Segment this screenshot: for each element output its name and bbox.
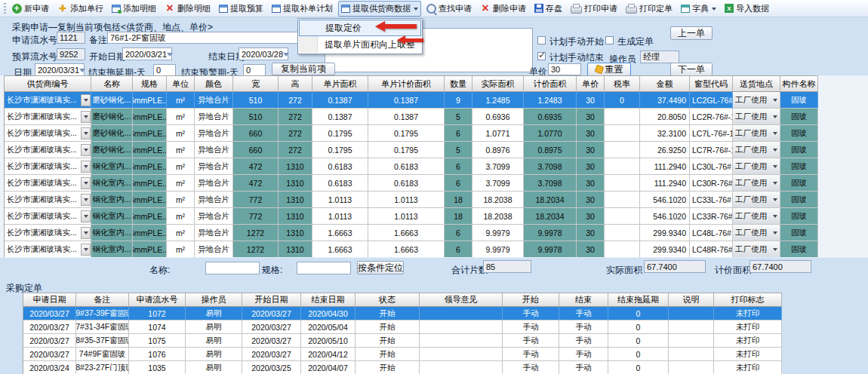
cell[interactable]: 0.1795 xyxy=(312,142,368,158)
cell[interactable]: 钢化室内... xyxy=(91,175,133,192)
cell[interactable]: 0 xyxy=(608,307,669,320)
column-header[interactable]: 状态 xyxy=(356,293,420,307)
cell[interactable]: 472 xyxy=(233,158,279,175)
dropdown-arrow-icon[interactable] xyxy=(770,177,780,189)
cell[interactable]: 固玻 xyxy=(780,225,818,241)
dropdown-arrow-icon[interactable] xyxy=(770,227,780,239)
cell[interactable]: 3.7099 xyxy=(472,175,524,192)
cell[interactable]: 772 xyxy=(233,208,279,225)
cell[interactable]: 长沙市潇湘玻璃实... xyxy=(5,92,91,109)
cell[interactable] xyxy=(420,307,503,320)
cell[interactable]: 易明 xyxy=(186,361,242,374)
cell[interactable]: 手动 xyxy=(503,361,559,374)
cell[interactable]: 长沙市潇湘玻璃实... xyxy=(5,125,91,142)
cell[interactable]: 磨砂钢化... xyxy=(91,125,133,142)
end-warning-field[interactable] xyxy=(243,64,266,76)
cell[interactable]: LC2GL-76#... xyxy=(690,92,733,109)
column-header[interactable]: 宽 xyxy=(233,76,279,92)
cell[interactable]: 长沙市潇湘玻璃实... xyxy=(5,225,91,241)
toolbar-button[interactable]: 打印定单 xyxy=(623,1,676,17)
cell[interactable]: 6 xyxy=(445,175,472,192)
cell[interactable]: 2020/05/04 xyxy=(301,320,356,334)
next-order-button[interactable]: 下一单 xyxy=(670,63,713,76)
table-row[interactable]: 长沙市潇湘玻璃实...钢化室内...6mmPLE...m²异地合片4721310… xyxy=(5,158,818,175)
cell[interactable]: 26.9250 xyxy=(640,142,690,158)
cell[interactable]: 0 xyxy=(608,334,669,348)
cell[interactable]: 1.6663 xyxy=(312,241,368,258)
cell[interactable]: 272 xyxy=(279,92,312,109)
cell[interactable]: 异地合片 xyxy=(195,225,233,241)
cell[interactable] xyxy=(605,225,640,241)
table-row[interactable]: 长沙市潇湘玻璃实...钢化室内...6mmPLE...m²异地合片1272131… xyxy=(5,241,818,258)
cell[interactable]: 1.2485 xyxy=(472,92,524,109)
cell[interactable]: 长沙市潇湘玻璃实... xyxy=(5,192,91,208)
cell[interactable]: LC33L-76#... xyxy=(690,192,733,208)
cell[interactable]: 异地合片 xyxy=(195,208,233,225)
manual-start-checkbox[interactable] xyxy=(537,36,546,44)
cell[interactable]: 30 xyxy=(577,158,605,175)
cell[interactable]: 工厂使用 xyxy=(733,192,780,208)
cell[interactable] xyxy=(605,208,640,225)
cell[interactable]: m² xyxy=(167,142,195,158)
cell[interactable]: 1.2483 xyxy=(524,92,577,109)
cell[interactable]: LC33R-76#... xyxy=(690,208,733,225)
cell[interactable]: 660 xyxy=(233,125,279,142)
cell[interactable]: 299.9340 xyxy=(640,225,690,241)
cell[interactable]: 工厂使用 xyxy=(733,208,780,225)
dropdown-arrow-icon[interactable] xyxy=(81,177,91,189)
cell[interactable]: 2020/03/27 xyxy=(242,348,301,361)
column-header[interactable]: 税率 xyxy=(605,76,640,92)
cell[interactable]: 18 xyxy=(445,192,472,208)
dropdown-arrow-icon[interactable] xyxy=(81,227,91,239)
cell[interactable]: LC7L-76#-1FO xyxy=(690,125,733,142)
actual-area-field[interactable] xyxy=(644,260,706,273)
cell[interactable]: 长沙市潇湘玻璃实... xyxy=(5,241,91,258)
dropdown-arrow-icon[interactable] xyxy=(770,111,780,123)
cell[interactable]: 未打印 xyxy=(714,348,782,361)
cell[interactable]: 0.6183 xyxy=(368,175,445,192)
cell[interactable]: 30 xyxy=(577,225,605,241)
column-header[interactable]: 窗型代码 xyxy=(690,76,733,92)
cell[interactable]: 0.1795 xyxy=(368,142,445,158)
cell[interactable]: 30 xyxy=(577,175,605,192)
cell[interactable]: 异地合片 xyxy=(195,158,233,175)
cell[interactable] xyxy=(605,125,640,142)
column-header[interactable]: 打印标志 xyxy=(714,293,782,307)
table-row[interactable]: 长沙市潇湘玻璃实...钢化室内...6mmPLE...m²异地合片7721310… xyxy=(5,208,818,225)
dropdown-caret-icon[interactable] xyxy=(414,8,418,13)
cell[interactable]: LC30L-76#... xyxy=(690,158,733,175)
cell[interactable]: 30 xyxy=(577,92,605,109)
cell[interactable]: 9.9978 xyxy=(524,241,577,258)
cell[interactable]: 0.6183 xyxy=(368,158,445,175)
column-header[interactable]: 开始 xyxy=(503,293,559,307)
cell[interactable]: LC30R-76#... xyxy=(690,175,733,192)
cell[interactable]: 6mmPLE... xyxy=(133,208,167,225)
cell[interactable]: 固玻 xyxy=(780,192,818,208)
cell[interactable]: 772 xyxy=(233,192,279,208)
cell[interactable]: 9 xyxy=(445,92,472,109)
column-header[interactable]: 申请日期 xyxy=(23,293,76,307)
dropdown-arrow-icon[interactable] xyxy=(81,161,91,173)
cell[interactable]: 未打印 xyxy=(714,334,782,348)
cell[interactable]: 手动 xyxy=(503,334,559,348)
cell[interactable]: 工厂使用 xyxy=(733,175,780,192)
cell[interactable] xyxy=(669,334,714,348)
cell[interactable]: 18 xyxy=(445,208,472,225)
filter-spec-input[interactable] xyxy=(297,262,351,274)
toolbar-button[interactable]: 导入数据 xyxy=(722,1,772,17)
cell[interactable]: 磨砂钢化... xyxy=(91,109,133,125)
cell[interactable]: 6mmPLE... xyxy=(133,192,167,208)
cell[interactable]: 0.1387 xyxy=(312,92,368,109)
cell[interactable]: 0.8976 xyxy=(472,142,524,158)
toolbar-button[interactable]: 添加明细 xyxy=(109,1,159,17)
table-row[interactable]: 长沙市潇湘玻璃实...磨砂钢化...6mmPLE...m²异地合片5102720… xyxy=(5,92,818,109)
cell[interactable] xyxy=(605,175,640,192)
toolbar-button[interactable]: 删除明细 xyxy=(162,1,214,17)
column-header[interactable]: 单片面积 xyxy=(312,76,368,92)
cell[interactable]: 1075 xyxy=(129,334,186,348)
start-date-select[interactable]: 2020/03/21 xyxy=(122,48,172,60)
cell[interactable]: 钢化室内... xyxy=(91,208,133,225)
cell[interactable]: 固玻 xyxy=(780,158,818,175)
cell[interactable]: 272 xyxy=(279,109,312,125)
cell[interactable]: 2020/03/27 xyxy=(242,334,301,348)
